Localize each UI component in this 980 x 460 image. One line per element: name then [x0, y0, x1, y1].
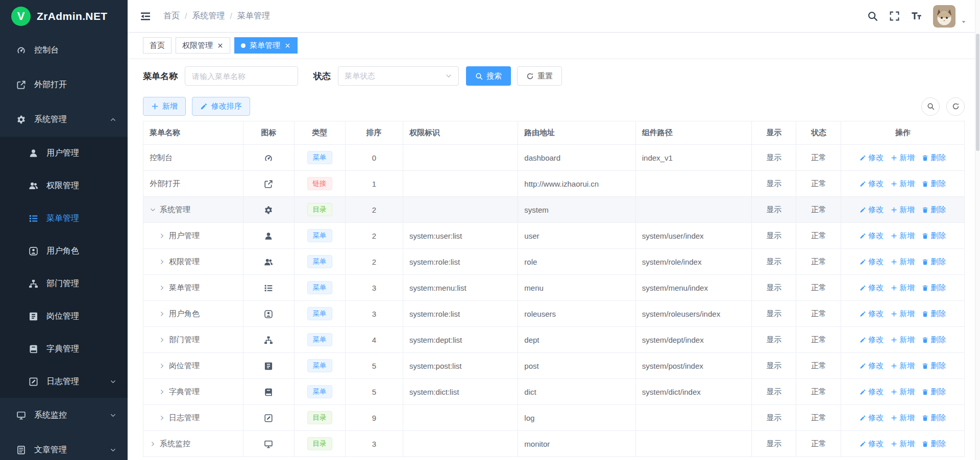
row-edit-link[interactable]: 修改 [860, 179, 884, 189]
row-delete-link[interactable]: 删除 [922, 413, 946, 423]
menu-name[interactable]: 部门管理 [169, 335, 200, 345]
row-add-link[interactable]: 新增 [891, 335, 915, 345]
row-delete-link[interactable]: 删除 [922, 361, 946, 371]
row-delete-link[interactable]: 删除 [922, 387, 946, 397]
row-delete-link[interactable]: 删除 [922, 439, 946, 449]
caret-down-icon[interactable] [961, 19, 967, 25]
type-tag: 菜单 [307, 333, 332, 346]
visible-cell: 显示 [752, 379, 796, 405]
refresh-icon [952, 103, 960, 110]
sidebar-item-article[interactable]: 文章管理 [0, 432, 128, 460]
row-delete-link[interactable]: 删除 [922, 153, 946, 163]
fold-icon[interactable] [140, 11, 151, 22]
sidebar-item-role[interactable]: 权限管理 [0, 169, 128, 202]
row-edit-link[interactable]: 修改 [860, 413, 884, 423]
search-icon[interactable] [867, 11, 878, 21]
breadcrumb-item[interactable]: 系统管理 [192, 11, 225, 21]
menu-icon-cell [243, 405, 294, 431]
row-edit-link[interactable]: 修改 [860, 153, 884, 163]
sidebar-item-system[interactable]: 系统管理 [0, 102, 128, 137]
search-button[interactable]: 搜索 [466, 66, 511, 86]
status-select-placeholder: 菜单状态 [345, 71, 375, 81]
scrollbar-thumb[interactable] [976, 34, 979, 151]
ops-cell: 修改新增删除 [841, 379, 965, 405]
row-add-link[interactable]: 新增 [891, 179, 915, 189]
menu-name[interactable]: 系统监控 [160, 439, 190, 449]
type-tag: 菜单 [307, 359, 332, 372]
row-edit-link[interactable]: 修改 [860, 309, 884, 319]
sidebar-item-dept[interactable]: 部门管理 [0, 267, 128, 300]
menu-name[interactable]: 菜单管理 [169, 283, 200, 293]
sidebar-item-log[interactable]: 日志管理 [0, 365, 128, 398]
menu-name[interactable]: 权限管理 [169, 257, 200, 267]
users-icon [29, 181, 38, 191]
table-search-button[interactable] [921, 97, 940, 116]
menu-name[interactable]: 字典管理 [169, 387, 200, 397]
breadcrumb-item[interactable]: 首页 [163, 11, 180, 21]
sort-button[interactable]: 修改排序 [192, 97, 250, 116]
row-delete-link[interactable]: 删除 [922, 335, 946, 345]
row-delete-link[interactable]: 删除 [922, 283, 946, 293]
reset-button[interactable]: 重置 [517, 66, 562, 86]
row-add-link[interactable]: 新增 [891, 413, 915, 423]
tab-menu[interactable]: 菜单管理 [234, 37, 298, 54]
user-role-icon [29, 246, 38, 256]
row-add-link[interactable]: 新增 [891, 361, 915, 371]
row-delete-link[interactable]: 删除 [922, 205, 946, 215]
sidebar-item-external[interactable]: 外部打开 [0, 67, 128, 102]
menu-name[interactable]: 用户管理 [169, 231, 200, 241]
page-scrollbar[interactable] [975, 0, 980, 460]
type-tag: 菜单 [307, 281, 332, 294]
tab-home[interactable]: 首页 [143, 37, 172, 54]
row-edit-link[interactable]: 修改 [860, 439, 884, 449]
menu-name[interactable]: 日志管理 [169, 413, 200, 423]
sidebar-item-user[interactable]: 用户管理 [0, 137, 128, 169]
font-size-icon[interactable] [911, 11, 922, 21]
row-add-link[interactable]: 新增 [891, 283, 915, 293]
status-cell: 正常 [796, 353, 841, 379]
sidebar-item-menu[interactable]: 菜单管理 [0, 202, 128, 235]
row-edit-link[interactable]: 修改 [860, 335, 884, 345]
menu-name[interactable]: 外部打开 [150, 179, 180, 189]
plus-icon [891, 259, 897, 265]
menu-name[interactable]: 用户角色 [169, 309, 200, 319]
fullscreen-icon[interactable] [889, 11, 900, 21]
plus-icon [151, 103, 159, 110]
row-edit-link[interactable]: 修改 [860, 361, 884, 371]
row-add-link[interactable]: 新增 [891, 257, 915, 267]
sidebar-item-roleusers[interactable]: 用户角色 [0, 235, 128, 267]
row-add-link[interactable]: 新增 [891, 309, 915, 319]
menu-name-input[interactable] [185, 66, 298, 86]
row-add-link[interactable]: 新增 [891, 439, 915, 449]
sidebar-menu: 控制台外部打开系统管理用户管理权限管理菜单管理用户角色部门管理岗位管理字典管理日… [0, 33, 128, 460]
row-add-link[interactable]: 新增 [891, 387, 915, 397]
breadcrumb-item[interactable]: 菜单管理 [237, 11, 270, 21]
row-delete-link[interactable]: 删除 [922, 231, 946, 241]
sidebar-item-dashboard[interactable]: 控制台 [0, 33, 128, 67]
row-add-link[interactable]: 新增 [891, 153, 915, 163]
row-delete-link[interactable]: 删除 [922, 309, 946, 319]
status-select[interactable]: 菜单状态 [338, 66, 459, 86]
row-add-link[interactable]: 新增 [891, 205, 915, 215]
logo[interactable]: V ZrAdmin.NET [0, 0, 128, 33]
row-add-link[interactable]: 新增 [891, 231, 915, 241]
row-edit-link[interactable]: 修改 [860, 231, 884, 241]
menu-name[interactable]: 系统管理 [160, 205, 190, 215]
row-edit-link[interactable]: 修改 [860, 387, 884, 397]
dashboard-icon [16, 45, 26, 55]
row-delete-link[interactable]: 删除 [922, 179, 946, 189]
sidebar-item-post[interactable]: 岗位管理 [0, 300, 128, 333]
row-edit-link[interactable]: 修改 [860, 205, 884, 215]
menu-name[interactable]: 控制台 [150, 153, 173, 163]
sidebar-item-dict[interactable]: 字典管理 [0, 333, 128, 365]
add-button[interactable]: 新增 [143, 97, 186, 116]
sidebar-item-monitor[interactable]: 系统监控 [0, 398, 128, 432]
menu-name[interactable]: 岗位管理 [169, 361, 200, 371]
row-edit-link[interactable]: 修改 [860, 257, 884, 267]
menu-icon-cell [243, 171, 294, 197]
row-delete-link[interactable]: 删除 [922, 257, 946, 267]
row-edit-link[interactable]: 修改 [860, 283, 884, 293]
tab-role[interactable]: 权限管理 [176, 37, 230, 54]
user-avatar[interactable] [933, 5, 955, 28]
table-refresh-button[interactable] [946, 97, 965, 116]
